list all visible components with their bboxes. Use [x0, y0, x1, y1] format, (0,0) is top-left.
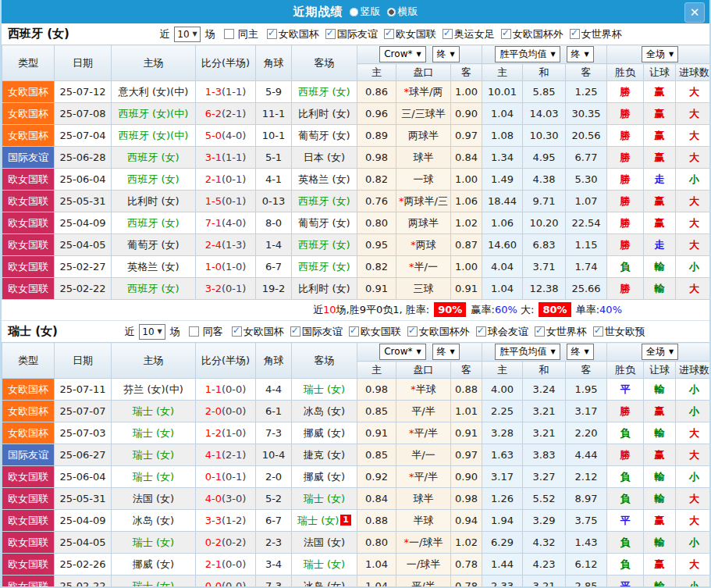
titlebar-center: 近期战绩 竖版 横版	[293, 5, 418, 20]
avg-home-value: 1.34	[482, 147, 523, 169]
odds-source-dropdown[interactable]: Crow*▼	[379, 344, 425, 360]
home-team: 瑞士 (女)	[112, 444, 196, 466]
recent-count-value: 10	[177, 29, 189, 40]
avg-away-value: 1.74	[566, 256, 607, 278]
corner-count: 11-1	[256, 103, 292, 125]
close-button[interactable]: ✕	[684, 2, 705, 23]
corner-count: 6-7	[256, 256, 292, 278]
fulltime-score: 4-1	[205, 449, 222, 461]
result-value: 勝	[607, 81, 644, 103]
match-date: 25-04-09	[55, 510, 112, 532]
match-row: 女欧国杯25-07-08西班牙 (女)(中)6-2(2-1)11-1比利时 (女…	[2, 103, 711, 125]
dropdown-cell: 胜平负均值▼终▼	[482, 45, 607, 64]
handicap-text: 平/半	[414, 427, 438, 439]
result-value: 勝	[607, 278, 644, 300]
avg-time-dropdown[interactable]: 终▼	[567, 344, 594, 360]
handicap-value: 球半	[396, 147, 451, 169]
competition-checkbox[interactable]: ✓	[384, 29, 394, 39]
competition-checkbox[interactable]: ✓	[407, 326, 418, 337]
scope-dropdown-value: 全场	[646, 345, 665, 358]
recent-count-select[interactable]: 10▼	[174, 27, 200, 42]
radio-horizontal-layout[interactable]: 横版	[387, 5, 418, 19]
fulltime-score: 3-2	[205, 283, 222, 294]
same-venue-checkbox[interactable]	[224, 29, 234, 39]
match-score: 1-3(1-1)	[196, 81, 256, 103]
competition-checkbox[interactable]: ✓	[501, 29, 511, 39]
avg-away-value: 2.12	[566, 466, 607, 488]
col-type-header: 类型	[2, 343, 55, 379]
fulltime-score: 2-1	[205, 173, 222, 185]
avg-type-dropdown[interactable]: 胜平负均值▼	[495, 46, 560, 62]
avg-away-value: 25.66	[566, 278, 607, 300]
col-type-header: 类型	[2, 45, 55, 81]
match-date: 25-06-28	[55, 147, 112, 169]
away-team: 冰岛 (女)	[292, 401, 357, 422]
radio-vertical-label: 竖版	[361, 5, 381, 19]
odds-away-value: 1.00	[451, 256, 482, 278]
competition-checkbox[interactable]: ✓	[535, 326, 545, 337]
odds-away-value: 1.02	[451, 212, 482, 234]
handicap-result-header: 让球	[644, 64, 676, 81]
scope-dropdown[interactable]: 全场▼	[642, 344, 678, 360]
competition-checkbox[interactable]: ✓	[290, 326, 300, 337]
avg-time-dropdown-value: 终	[571, 345, 581, 358]
handicap-result-value: 赢	[644, 81, 676, 103]
result-value: 負	[607, 256, 644, 278]
odds-home-value: 0.96	[357, 103, 396, 125]
odds-time-dropdown[interactable]: 终▼	[432, 344, 460, 360]
record-summary: 近10场,胜9平0负1, 胜率: 90% 赢率:60% 大: 80% 单率:40…	[2, 300, 709, 321]
recent-label: 近	[159, 27, 169, 41]
halftime-score: (2-1)	[222, 108, 246, 119]
avg-draw-value: 3.21	[523, 422, 566, 444]
match-score: 1-0(1-0)	[196, 256, 256, 278]
same-venue-checkbox[interactable]	[189, 326, 199, 337]
away-team: 葡萄牙 (女)	[292, 125, 357, 147]
competition-checkbox[interactable]: ✓	[443, 29, 453, 39]
handicap-value: *半球	[396, 379, 451, 401]
dialog-title: 近期战绩	[293, 5, 343, 20]
radio-vertical-layout[interactable]: 竖版	[350, 5, 381, 19]
match-score: 6-2(2-1)	[196, 103, 256, 125]
competition-checkbox[interactable]: ✓	[570, 29, 580, 39]
odds-home-value: 0.91	[357, 278, 396, 300]
competition-label: 女世界杯	[581, 27, 622, 41]
avg-away-value: 1.07	[566, 191, 607, 212]
competition-checkbox[interactable]: ✓	[349, 326, 359, 337]
avg-draw-value: 4.32	[523, 532, 566, 554]
home-team: 西班牙 (女)(中)	[112, 103, 196, 125]
halftime-score: (1-0)	[222, 427, 246, 439]
handicap-value: 三/三球半	[396, 103, 451, 125]
competition-label: 世女欧预	[605, 325, 645, 339]
competition-checkbox[interactable]: ✓	[267, 29, 277, 39]
competition-checkbox[interactable]: ✓	[593, 326, 603, 337]
halftime-score: (0-1)	[222, 173, 246, 185]
odds-away-value: 0.91	[451, 278, 482, 300]
odds-time-dropdown[interactable]: 终▼	[432, 46, 460, 62]
result-header: 胜负	[607, 362, 644, 379]
competition-checkbox[interactable]: ✓	[232, 326, 242, 337]
dropdown-cell: 全场▼	[607, 343, 711, 362]
competition-checkbox[interactable]: ✓	[325, 29, 336, 39]
scope-dropdown[interactable]: 全场▼	[642, 46, 678, 62]
away-team: 西班牙 (女)	[292, 256, 357, 278]
odds-source-dropdown[interactable]: Crow*▼	[379, 46, 425, 62]
avg-home-value: 1.63	[482, 444, 523, 466]
fulltime-score: 1-1	[205, 383, 222, 395]
competition-checkbox[interactable]: ✓	[476, 326, 486, 337]
goals-result-value: 大	[676, 81, 711, 103]
col-date-header: 日期	[55, 343, 112, 379]
corner-count: 6-7	[256, 510, 292, 532]
avg-type-dropdown[interactable]: 胜平负均值▼	[495, 344, 560, 360]
away-team: 挪威 (女)	[292, 466, 357, 488]
corner-count: 3-4	[256, 554, 292, 576]
handicap-value: 三球	[396, 278, 451, 300]
match-row: 欧女国联25-05-31法国 (女)4-0(3-0)5-2瑞士 (女)0.84球…	[2, 488, 711, 510]
result-value: 勝	[607, 191, 644, 212]
recent-count-select[interactable]: 10▼	[139, 324, 165, 340]
corner-count: 5-2	[256, 488, 292, 510]
odds-away-value: 1.00	[451, 169, 482, 191]
dropdown-arrow-icon: ▼	[585, 51, 589, 58]
halftime-score: (0-0)	[222, 383, 246, 395]
goals-header: 进球数	[676, 362, 711, 379]
avg-time-dropdown[interactable]: 终▼	[567, 46, 594, 62]
